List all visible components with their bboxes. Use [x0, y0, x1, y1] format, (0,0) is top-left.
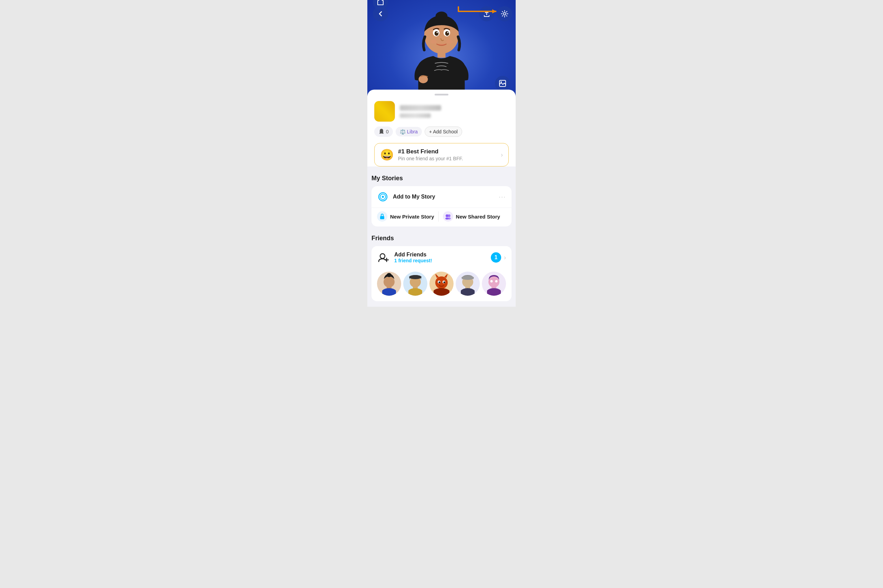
profile-info-row — [374, 101, 509, 122]
add-story-label: Add to My Story — [393, 194, 499, 200]
phone-container: 0 ⚖️ Libra + Add School 😀 #1 Best Friend… — [367, 0, 516, 307]
private-story-icon — [377, 211, 387, 222]
svg-point-22 — [448, 214, 450, 217]
friends-title: Friends — [372, 235, 511, 242]
svg-point-35 — [439, 282, 441, 284]
bff-card[interactable]: 😀 #1 Best Friend Pin one friend as your … — [374, 143, 509, 166]
my-stories-section: My Stories Add to My Story ··· — [372, 175, 511, 226]
new-shared-story-label: New Shared Story — [456, 214, 500, 219]
bff-chevron-icon: › — [501, 151, 503, 159]
friends-section: Friends Add Friends 1 friend request! — [372, 235, 511, 307]
my-stories-title: My Stories — [372, 175, 511, 182]
friend-avatar-2[interactable] — [403, 272, 427, 296]
svg-point-42 — [490, 280, 493, 283]
svg-point-27 — [387, 273, 391, 277]
avatar-preview-row — [372, 269, 511, 301]
snap-count-tag[interactable]: 0 — [374, 126, 393, 137]
svg-point-10 — [446, 40, 453, 44]
profile-tags-row: 0 ⚖️ Libra + Add School — [374, 126, 509, 137]
new-shared-story-button[interactable]: New Shared Story — [443, 211, 500, 222]
profile-username-blurred — [400, 113, 431, 118]
bff-emoji: 😀 — [380, 148, 394, 161]
svg-point-26 — [384, 276, 394, 288]
svg-point-16 — [501, 81, 502, 83]
profile-text-block — [400, 105, 509, 118]
add-friends-row[interactable]: Add Friends 1 friend request! 1 › — [372, 246, 511, 269]
svg-point-39 — [462, 276, 474, 280]
friend-avatar-1[interactable] — [377, 272, 401, 296]
bff-text: #1 Best Friend Pin one friend as your #1… — [398, 148, 497, 161]
svg-point-7 — [437, 32, 438, 33]
friend-request-badge: 1 — [491, 252, 501, 262]
add-school-tag[interactable]: + Add School — [424, 126, 462, 137]
svg-point-24 — [447, 218, 451, 219]
svg-point-8 — [447, 32, 448, 33]
add-story-icon — [377, 191, 389, 202]
photo-gallery-button[interactable] — [495, 76, 510, 91]
svg-point-13 — [504, 13, 506, 15]
add-school-label: + Add School — [429, 129, 458, 134]
profile-name-blurred — [400, 105, 441, 111]
shared-story-icon — [443, 211, 453, 222]
friend-avatar-3[interactable] — [429, 272, 454, 296]
story-sub-options-row: New Private Story New Shared — [372, 208, 511, 226]
profile-avatar-thumbnail[interactable] — [374, 101, 395, 122]
profile-card: 0 ⚖️ Libra + Add School 😀 #1 Best Friend… — [367, 90, 516, 166]
friend-avatar-4[interactable] — [456, 272, 480, 296]
bff-title: #1 Best Friend — [398, 148, 497, 155]
add-to-story-row[interactable]: Add to My Story ··· — [372, 186, 511, 208]
new-private-story-button[interactable]: New Private Story — [377, 211, 434, 222]
svg-rect-20 — [380, 216, 384, 219]
svg-point-43 — [495, 280, 498, 283]
add-friends-icon — [377, 251, 390, 264]
svg-point-41 — [489, 276, 499, 288]
svg-point-25 — [380, 254, 385, 258]
add-friends-title-text: Add Friends — [394, 252, 491, 258]
avatar-character — [403, 7, 480, 96]
add-friends-subtitle-text: 1 friend request! — [394, 258, 491, 263]
svg-point-19 — [382, 196, 384, 198]
svg-point-30 — [409, 275, 421, 279]
svg-point-36 — [444, 282, 445, 284]
svg-point-6 — [445, 31, 450, 36]
main-content-area: My Stories Add to My Story ··· — [367, 175, 516, 307]
libra-icon: ⚖️ — [400, 129, 406, 134]
svg-point-32 — [435, 276, 448, 289]
story-sub-divider — [438, 211, 439, 222]
new-private-story-label: New Private Story — [390, 214, 434, 219]
friends-chevron-icon: › — [504, 254, 506, 261]
avatar-header — [367, 0, 516, 96]
upload-button[interactable] — [479, 6, 494, 21]
settings-button[interactable] — [497, 6, 512, 21]
zodiac-tag[interactable]: ⚖️ Libra — [396, 127, 422, 136]
more-dots[interactable]: ··· — [499, 194, 506, 201]
bff-subtitle: Pin one friend as your #1 BFF. — [398, 156, 497, 161]
add-friends-text: Add Friends 1 friend request! — [394, 252, 491, 263]
stories-card: Add to My Story ··· New Private Story — [372, 186, 511, 226]
ghost-icon — [378, 129, 385, 135]
svg-point-5 — [435, 31, 439, 36]
snap-count-value: 0 — [386, 129, 389, 134]
friends-card: Add Friends 1 friend request! 1 › — [372, 246, 511, 301]
friend-avatar-5[interactable] — [482, 272, 506, 296]
svg-point-9 — [430, 40, 437, 44]
zodiac-label: Libra — [407, 129, 418, 134]
drag-handle — [435, 94, 448, 96]
svg-rect-11 — [437, 51, 445, 57]
